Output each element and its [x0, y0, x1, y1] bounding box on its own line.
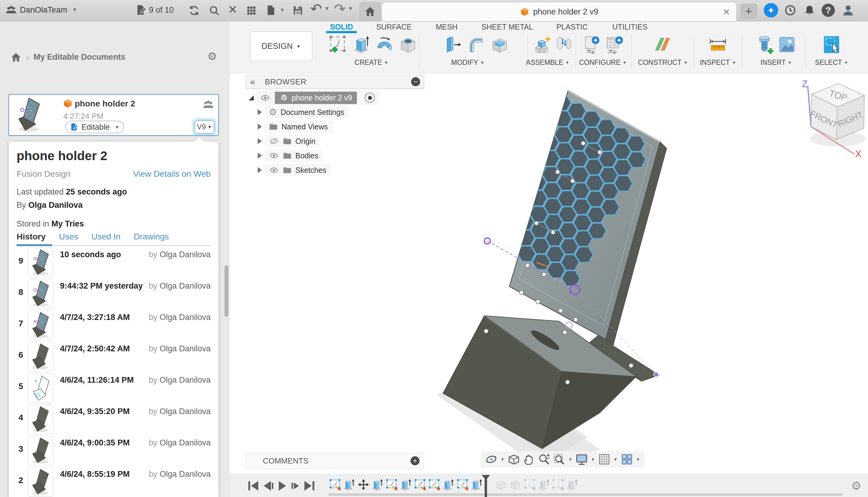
version-row[interactable]: 3 4/6/24, 9:00:35 PM by Olga Danilova — [14, 436, 213, 467]
version-row[interactable]: 6 4/7/24, 2:50:42 AM by Olga Danilova — [14, 342, 213, 373]
timeline-suppressed-extrude-feature[interactable] — [566, 478, 579, 491]
tab-used-in[interactable]: Used In — [91, 232, 120, 242]
chevron-down-icon[interactable]: ▼ — [636, 457, 640, 462]
notifications-button[interactable] — [802, 3, 817, 17]
construct-group-menu[interactable]: CONSTRUCT▼ — [638, 58, 688, 67]
version-row[interactable]: 4 4/6/24, 9:35:20 PM by Olga Danilova — [14, 404, 213, 436]
document-counter[interactable]: 9 of 10 — [135, 4, 174, 16]
step-back-button[interactable] — [264, 479, 273, 493]
revolve-button[interactable] — [375, 35, 394, 54]
new-tab-button[interactable]: + — [740, 4, 757, 19]
breadcrumb-folder[interactable]: My Editable Documents — [33, 53, 126, 62]
collapsed-arrow-icon[interactable] — [258, 153, 262, 159]
joint-button[interactable] — [554, 35, 574, 54]
browser-row-origin[interactable]: Origin — [246, 134, 426, 148]
shared-users-icon[interactable] — [203, 99, 214, 110]
inspect-group-menu[interactable]: INSPECT▼ — [700, 58, 736, 67]
configuration-table-button[interactable] — [604, 35, 623, 54]
browser-row-document-settings[interactable]: ⚙ Document Settings — [246, 105, 426, 119]
version-row[interactable]: 5 4/6/24, 11:26:14 PM by Olga Danilova — [14, 373, 213, 404]
select-group-menu[interactable]: SELECT▼ — [815, 58, 848, 67]
ribbon-tab-solid[interactable]: SOLID — [330, 22, 353, 32]
assemble-group-menu[interactable]: ASSEMBLE▼ — [526, 58, 569, 67]
ribbon-tab-surface[interactable]: SURFACE — [376, 22, 412, 32]
select-tool-button[interactable] — [822, 35, 841, 54]
timeline-track[interactable] — [328, 493, 843, 496]
add-comment-icon[interactable]: + — [411, 456, 420, 465]
collapsed-arrow-icon[interactable] — [258, 124, 262, 130]
home-icon[interactable] — [10, 52, 22, 63]
selected-component-chip[interactable]: phone holder 2 v9 — [275, 92, 357, 104]
timeline-suppressed-sketch-feature[interactable] — [523, 478, 536, 491]
look-at-tool[interactable] — [507, 453, 520, 466]
visibility-eye-icon[interactable] — [269, 166, 279, 174]
document-tab[interactable]: phone holder 2 v9 ✕ — [382, 2, 736, 21]
configuration-button[interactable] — [582, 35, 602, 54]
ribbon-tab-sheet-metal[interactable]: SHEET METAL — [481, 22, 533, 32]
collapsed-arrow-icon[interactable] — [258, 138, 262, 144]
timeline-sketch-feature[interactable] — [456, 478, 469, 491]
timeline-suppressed-shell-feature[interactable] — [509, 478, 522, 491]
pan-tool[interactable] — [523, 453, 535, 466]
zoom-tool[interactable] — [538, 453, 550, 466]
go-to-end-button[interactable] — [305, 479, 314, 493]
tab-uses[interactable]: Uses — [59, 232, 78, 242]
collapse-panel-icon[interactable]: « — [250, 76, 255, 87]
play-button[interactable] — [279, 479, 286, 493]
activate-component-radio[interactable] — [365, 93, 375, 103]
ribbon-tab-utilities[interactable]: UTILITIES — [613, 22, 648, 32]
home-tab[interactable] — [359, 2, 381, 21]
extrude-button[interactable] — [351, 35, 371, 54]
chevron-down-icon[interactable]: ▼ — [569, 457, 572, 462]
workspace-switcher[interactable]: DESIGN ▼ — [250, 31, 312, 61]
display-settings[interactable] — [575, 453, 588, 466]
timeline-extrude-feature[interactable] — [442, 478, 455, 491]
search-button[interactable] — [209, 5, 220, 16]
editable-status-dropdown[interactable]: Editable ▼ — [65, 120, 124, 133]
visibility-off-eye-icon[interactable] — [269, 137, 279, 145]
tab-history[interactable]: History — [17, 232, 45, 242]
timeline-sketch-feature[interactable] — [328, 478, 342, 491]
ribbon-tab-mesh[interactable]: MESH — [436, 22, 457, 32]
browser-row-bodies[interactable]: Bodies — [246, 148, 426, 163]
chevron-down-icon[interactable]: ▼ — [591, 457, 595, 462]
view-cube[interactable]: TOP FRONT RIGHT Z X — [793, 77, 868, 158]
save-button[interactable] — [292, 5, 304, 16]
browser-row-sketches[interactable]: Sketches — [246, 163, 426, 177]
extensions-button[interactable]: ✦ — [764, 3, 778, 17]
undo-button[interactable]: ↶ ▼ — [310, 1, 329, 17]
timeline-suppressed-shell-feature[interactable] — [495, 478, 508, 491]
measure-button[interactable] — [708, 35, 727, 54]
version-dropdown[interactable]: V9 ▼ — [195, 120, 214, 133]
view-details-link[interactable]: View Details on Web — [133, 169, 211, 179]
close-tab-icon[interactable]: ✕ — [723, 6, 730, 17]
zoom-window-tool[interactable] — [553, 453, 565, 466]
viewports-layout[interactable] — [620, 453, 633, 466]
timeline-sketch-feature[interactable] — [385, 478, 398, 491]
collapsed-arrow-icon[interactable] — [258, 167, 262, 173]
timeline-suppressed-extrude-feature[interactable] — [538, 478, 550, 491]
press-pull-button[interactable] — [443, 35, 462, 54]
timeline-playhead-bar[interactable] — [485, 479, 487, 497]
grid-settings[interactable] — [598, 453, 610, 466]
timeline-extrude-feature[interactable] — [371, 478, 384, 491]
timeline-suppressed-sketch-feature[interactable] — [551, 478, 565, 491]
timeline-settings-gear-icon[interactable]: ⚙ — [851, 479, 862, 493]
browser-row-named-views[interactable]: Named Views — [246, 119, 426, 134]
model-viewport[interactable]: « BROWSER − phone holder 2 v9 ⚙ Document… — [230, 73, 868, 474]
sync-button[interactable] — [188, 5, 200, 16]
redo-button[interactable]: ↷ ▼ — [334, 1, 353, 17]
go-to-start-button[interactable] — [248, 479, 258, 493]
insert-fastener-button[interactable] — [755, 35, 775, 54]
fillet-button[interactable] — [467, 35, 486, 54]
create-sketch-button[interactable] — [328, 35, 347, 54]
hole-button[interactable] — [398, 35, 418, 54]
version-row[interactable]: 9 10 seconds ago by Olga Danilova — [14, 247, 213, 279]
visibility-eye-icon[interactable] — [269, 152, 279, 160]
close-document-button[interactable]: ✕ — [228, 3, 237, 16]
job-status-button[interactable] — [783, 3, 797, 17]
chevron-down-icon[interactable]: ▼ — [614, 457, 618, 462]
phone-holder-3d-model[interactable] — [431, 82, 678, 462]
insert-canvas-button[interactable] — [777, 35, 797, 54]
timeline-extrude-feature[interactable] — [399, 478, 413, 491]
